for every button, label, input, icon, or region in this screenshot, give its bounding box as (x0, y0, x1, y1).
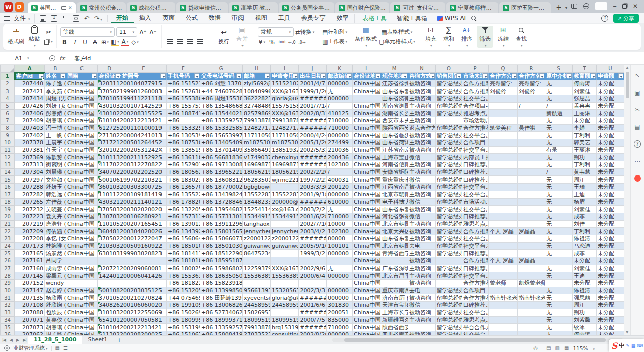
freeze-button[interactable]: ⊞冻结 (495, 26, 511, 48)
cell[interactable]: 18448233 (243, 198, 271, 206)
cell[interactable]: China中国 (66, 220, 98, 228)
cell[interactable]: China中国 (353, 257, 381, 265)
cell[interactable]: 刘俊伶 (518, 87, 545, 95)
cell[interactable]: 留学总经办 (436, 272, 462, 280)
cell[interactable]: 110112200109181419 (98, 191, 121, 198)
cell[interactable]: 韩浩远 (男 (45, 191, 66, 198)
cell[interactable]: 000000 (327, 250, 353, 257)
globe-icon[interactable] (583, 3, 589, 9)
filter-dropdown-icon[interactable] (236, 73, 242, 78)
cell[interactable] (518, 272, 545, 280)
cell[interactable]: +86 13657006 (167, 184, 200, 191)
cell[interactable]: 微信 (408, 213, 436, 220)
cell[interactable]: 凯烁曾老师 (518, 280, 545, 287)
cell[interactable]: 筑梦美程 (489, 124, 518, 132)
cell[interactable]: 北京市朝阳 (381, 191, 408, 198)
cell[interactable]: 未分配 (597, 309, 624, 316)
cell[interactable]: 无 (545, 220, 573, 228)
cell[interactable]: 被动咨询 (408, 206, 436, 213)
cell[interactable]: 留学总经办 (436, 154, 462, 161)
cell[interactable]: 未分配 (597, 324, 624, 331)
cell[interactable]: ######## (299, 117, 327, 124)
cell[interactable] (518, 191, 545, 198)
row-number[interactable]: 10 (1, 139, 15, 147)
row-number[interactable]: 13 (1, 161, 15, 169)
macro-icon[interactable] (55, 345, 60, 351)
cell[interactable]: +86 1360831276 (200, 176, 243, 184)
cell[interactable] (489, 191, 518, 198)
row-number[interactable]: 9 (1, 132, 15, 139)
cell[interactable]: 刘素佳 (573, 265, 597, 272)
cell[interactable]: 207378 (15, 139, 45, 147)
cell[interactable] (66, 257, 98, 265)
cell[interactable]: 000000 (327, 294, 353, 302)
cell[interactable]: 未分配 (597, 242, 624, 250)
strikethrough-icon[interactable]: A (91, 38, 99, 46)
align-bottom-icon[interactable] (185, 28, 194, 36)
cell[interactable] (489, 198, 518, 206)
avatar[interactable] (595, 2, 607, 10)
cell[interactable] (518, 176, 545, 184)
menu-item[interactable]: 视图 (250, 13, 273, 23)
cell[interactable]: 无 (545, 272, 573, 280)
cell[interactable]: 799138782 (271, 117, 299, 124)
cell[interactable]: +86 1396522100 (200, 168, 243, 176)
zoom-caret-icon[interactable] (592, 345, 595, 351)
cell[interactable]: 王迪 (573, 272, 597, 280)
cell[interactable]: 社交平台,/ (462, 235, 489, 242)
cell[interactable]: 410125 (327, 110, 353, 117)
cell[interactable]: +86 17882007 (167, 198, 200, 206)
filter-dropdown-icon[interactable] (567, 73, 572, 78)
cell[interactable]: 山东省东营 (381, 206, 408, 213)
cell[interactable] (518, 324, 545, 331)
cell[interactable]: 411702200312270822 (98, 161, 121, 169)
sum-button[interactable]: 求和 (441, 26, 457, 48)
cell[interactable]: 无 (545, 242, 573, 250)
cell[interactable]: +86 13220522 (167, 206, 200, 213)
cell[interactable]: 重庆市南岸 (381, 287, 408, 294)
cell[interactable]: +86 1372884680 (200, 198, 243, 206)
filter-header-cell[interactable]: 邮政编码 (327, 72, 353, 80)
cell[interactable] (489, 242, 518, 250)
column-header-F[interactable]: F (167, 65, 200, 73)
cell[interactable]: 陈子逸 (男 (45, 80, 66, 87)
cell[interactable]: 155363896 (271, 272, 299, 280)
cell[interactable] (299, 257, 327, 265)
cell[interactable] (327, 280, 353, 287)
file-menu[interactable]: 文件 (4, 14, 35, 23)
cell[interactable]: XXX@163. (271, 87, 299, 95)
cell[interactable]: 留学总经办 (436, 161, 462, 169)
cell[interactable]: XXX@163. (271, 265, 299, 272)
cell[interactable]: 200000@qq (271, 198, 299, 206)
cell[interactable]: 207165 (15, 250, 45, 257)
cell[interactable] (436, 117, 462, 124)
cell[interactable]: 陈歆赟 (女 (45, 154, 66, 161)
cell[interactable]: 207406 (15, 110, 45, 117)
close-button[interactable] (633, 3, 638, 10)
document-tab[interactable]: S贷款申请信息.xlsx (176, 2, 228, 13)
decrease-indent-icon[interactable] (195, 28, 204, 36)
cell[interactable]: China中国 (353, 117, 381, 124)
cell[interactable]: +86 18302388 (167, 176, 200, 184)
row-number[interactable]: 34 (1, 316, 15, 324)
cell[interactable]: 合作方推荐 (462, 294, 489, 302)
scissors-icon[interactable] (635, 106, 640, 113)
cell[interactable]: +86 1339985047 (200, 287, 243, 294)
cell[interactable]: +86 15152102 (167, 80, 200, 87)
cell[interactable]: 湖南省浏阳 (381, 102, 408, 110)
cell[interactable]: 王一帆 (男 (45, 132, 66, 139)
cell[interactable]: China中国 (66, 87, 98, 95)
cell[interactable]: 上海市宝山 (381, 154, 408, 161)
cell[interactable]: +86 13901242 (167, 220, 200, 228)
print-preview-icon[interactable] (73, 15, 79, 22)
cell[interactable]: 未分配 (597, 235, 624, 242)
cell[interactable]: China中国 (353, 80, 381, 87)
cell[interactable] (518, 168, 545, 176)
document-tab[interactable]: S宁夏教师样本.xlsx (446, 2, 498, 13)
filter-dropdown-icon[interactable] (402, 73, 407, 78)
row-number[interactable]: 1 (1, 72, 15, 80)
cell[interactable]: 371721200501264452 (98, 139, 121, 147)
vertical-scroll-thumb[interactable] (626, 72, 629, 98)
cell[interactable]: +86 周煜155380 (200, 95, 243, 102)
cell[interactable] (489, 139, 518, 147)
